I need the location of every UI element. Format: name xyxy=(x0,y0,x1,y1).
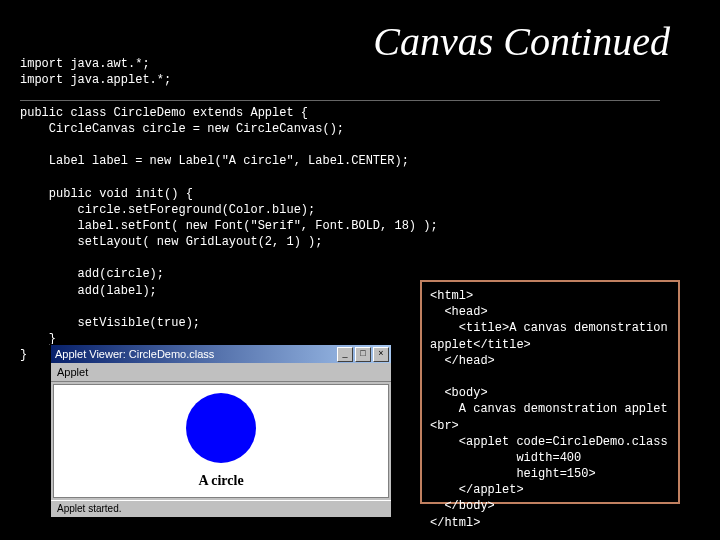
status-bar: Applet started. xyxy=(51,500,391,517)
applet-viewer-window: Applet Viewer: CircleDemo.class _ □ × Ap… xyxy=(50,344,392,518)
java-code-block: import java.awt.*; import java.applet.*;… xyxy=(20,56,438,364)
minimize-button[interactable]: _ xyxy=(337,347,353,362)
applet-body: A circle xyxy=(53,384,389,498)
window-controls: _ □ × xyxy=(337,347,389,362)
window-titlebar: Applet Viewer: CircleDemo.class _ □ × xyxy=(51,345,391,363)
menu-bar: Applet xyxy=(51,363,391,382)
window-title-text: Applet Viewer: CircleDemo.class xyxy=(55,348,214,360)
blue-circle-icon xyxy=(186,393,256,463)
maximize-button[interactable]: □ xyxy=(355,347,371,362)
menu-item-applet[interactable]: Applet xyxy=(57,366,88,378)
html-code-block: <html> <head> <title>A canvas demonstrat… xyxy=(420,280,680,504)
divider xyxy=(20,100,660,101)
circle-caption: A circle xyxy=(54,473,388,489)
close-button[interactable]: × xyxy=(373,347,389,362)
